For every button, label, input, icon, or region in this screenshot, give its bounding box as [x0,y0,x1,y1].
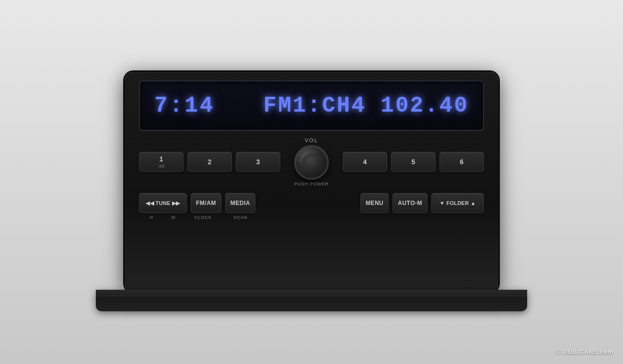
left-controls-top: ◀◀ TUNE ▶▶ FM/AM MEDIA [139,193,255,213]
menu-button[interactable]: MENU [360,193,389,213]
fmam-button[interactable]: FM/AM [191,193,221,213]
scan-label: SCAN [226,215,255,220]
display-station: FM1:CH4 102.40 [264,93,469,118]
h-label: H [140,215,163,220]
m-label: M [167,215,180,220]
left-controls-bottom: H M CLOCK SCAN [139,215,255,220]
folder-button[interactable]: ▼ FOLDER ▲ [431,193,484,213]
vol-label: VOL [305,137,318,143]
right-controls-top: MENU AUTO-M ▼ FOLDER ▲ [360,193,484,213]
right-controls: MENU AUTO-M ▼ FOLDER ▲ [360,193,484,213]
media-button[interactable]: MEDIA [225,193,255,213]
photo-container: 7:14 FM1:CH4 102.40 1 :00 2 3 VOL [0,0,623,364]
autom-button[interactable]: AUTO-M [392,193,427,213]
push-power-label: PUSH POWER [294,182,329,186]
watermark: © DUBICARS.com [556,348,613,355]
left-controls: ◀◀ TUNE ▶▶ FM/AM MEDIA H M CLOCK SCAN [139,193,255,220]
radio-unit: 7:14 FM1:CH4 102.40 1 :00 2 3 VOL [125,72,498,292]
vol-knob[interactable] [294,145,329,180]
leather-strip [96,290,527,311]
display-time: 7:14 [154,93,215,118]
preset-btn-2[interactable]: 2 [187,152,232,172]
preset-btn-4[interactable]: 4 [343,152,387,172]
vol-knob-area: VOL PUSH POWER [285,137,338,186]
preset-btn-5[interactable]: 5 [391,152,436,172]
preset-group-right: 4 5 6 [343,152,484,172]
preset-btn-6[interactable]: 6 [439,152,484,172]
controls-row: 1 :00 2 3 VOL PUSH POWER 4 [139,137,484,186]
bottom-controls-row: ◀◀ TUNE ▶▶ FM/AM MEDIA H M CLOCK SCAN ME… [139,193,484,220]
preset-group-left: 1 :00 2 3 [139,152,280,172]
preset-btn-1[interactable]: 1 :00 [139,152,184,172]
clock-label: CLOCK [184,215,222,220]
display-screen: 7:14 FM1:CH4 102.40 [139,80,484,131]
preset-btn-3[interactable]: 3 [236,152,280,172]
tune-button[interactable]: ◀◀ TUNE ▶▶ [139,193,187,213]
